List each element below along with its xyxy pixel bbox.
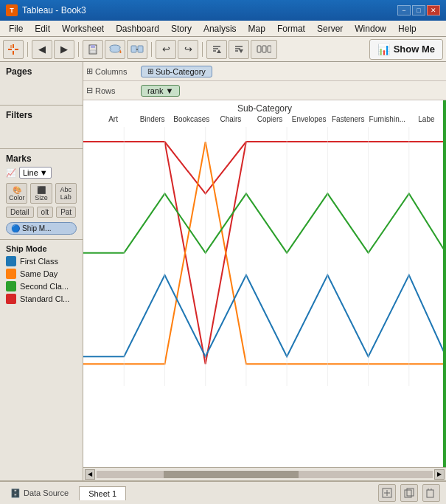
rows-shelf-label: ⊟ Rows — [86, 86, 138, 95]
legend-panel: Ship Mode First Class Same Day Second Cl… — [0, 240, 83, 480]
scroll-track[interactable] — [97, 471, 433, 478]
delete-sheet-button[interactable] — [422, 484, 440, 502]
columns-field-label: Sub-Category — [156, 67, 206, 76]
toolbar-sep-2 — [78, 42, 79, 57]
new-datasource-button[interactable]: + — [105, 40, 125, 59]
filters-content — [6, 123, 77, 145]
rows-label-text: Rows — [95, 86, 116, 95]
path-button[interactable]: Pat — [56, 207, 76, 218]
redo-button[interactable]: ↪ — [178, 40, 198, 59]
svg-rect-21 — [257, 46, 261, 52]
rows-field-pill[interactable]: rank ▼ — [141, 85, 180, 97]
show-me-label: Show Me — [394, 44, 435, 55]
toolbar-sep-3 — [151, 42, 152, 57]
svg-rect-10 — [131, 46, 136, 52]
legend-item-second-class: Second Cla... — [6, 281, 77, 291]
scroll-thumb[interactable] — [164, 471, 298, 478]
menu-server[interactable]: Server — [311, 22, 349, 35]
legend-label-same-day: Same Day — [20, 269, 58, 278]
toolbar-sep-4 — [202, 42, 203, 57]
show-me-icon: 📊 — [377, 44, 390, 55]
marks-panel: Marks 📈 Line ▼ 🎨 Color ⬛ Size Abc — [0, 149, 83, 240]
datasource-label: Data Source — [24, 489, 69, 497]
undo-button[interactable]: ↩ — [156, 40, 176, 59]
scroll-right-button[interactable]: ▶ — [434, 469, 445, 480]
axis-label-binders: Binders — [133, 115, 172, 123]
worksheet-area: ⊞ Columns ⊞ Sub-Category ⊟ Rows rank ▼ S… — [83, 62, 446, 480]
sort-asc-button[interactable] — [206, 40, 227, 59]
rows-shelf: ⊟ Rows rank ▼ — [83, 81, 446, 100]
sheet-label: Sheet 1 — [88, 489, 116, 498]
menu-worksheet[interactable]: Worksheet — [56, 22, 110, 35]
menu-file[interactable]: File — [3, 22, 29, 35]
menu-format[interactable]: Format — [271, 22, 311, 35]
menu-dashboard[interactable]: Dashboard — [110, 22, 165, 35]
sort-desc-button[interactable] — [229, 40, 249, 59]
tooltip-button[interactable]: olt — [37, 207, 54, 218]
datasource-tab[interactable]: 🗄️ Data Source — [6, 487, 73, 500]
axis-label-labels: Labe — [407, 115, 446, 123]
marks-type-label: Line — [23, 168, 38, 177]
size-label: Size — [35, 194, 48, 201]
line-chart-icon: 📈 — [6, 168, 16, 178]
columns-shelf-icon: ⊞ — [86, 66, 93, 76]
menu-help[interactable]: Help — [392, 22, 422, 35]
axis-label-copiers: Copiers — [250, 115, 289, 123]
legend-color-same-day — [6, 269, 16, 279]
toolbar: ◀ ▶ + ↩ ↪ 📊 Show Me — [0, 37, 446, 62]
menu-map[interactable]: Map — [243, 22, 271, 35]
close-button[interactable]: ✕ — [427, 5, 440, 15]
forward-button[interactable]: ▶ — [54, 40, 74, 59]
menu-edit[interactable]: Edit — [29, 22, 56, 35]
back-button[interactable]: ◀ — [32, 40, 52, 59]
detail-button[interactable]: Detail — [6, 207, 34, 218]
legend-item-standard-class: Standard Cl... — [6, 294, 77, 304]
svg-rect-23 — [268, 46, 271, 52]
size-button[interactable]: ⬛ Size — [30, 183, 52, 204]
axis-label-furnishings: Furnishin... — [368, 115, 407, 123]
show-me-button[interactable]: 📊 Show Me — [369, 39, 443, 60]
axis-label-art: Art — [94, 115, 133, 123]
sheet-tab[interactable]: Sheet 1 — [79, 486, 126, 500]
save-button[interactable] — [83, 40, 103, 59]
scroll-left-button[interactable]: ◀ — [85, 469, 95, 480]
marks-dropdown-arrow: ▼ — [40, 168, 48, 177]
menu-analysis[interactable]: Analysis — [198, 22, 243, 35]
main-area: Pages Filters Marks 📈 Line ▼ 🎨 Color — [0, 62, 446, 480]
connect-data-button[interactable] — [127, 40, 147, 59]
marks-type-dropdown[interactable]: Line ▼ — [19, 167, 52, 179]
group-button[interactable] — [251, 40, 277, 59]
app-icon: T — [6, 4, 18, 16]
filters-title: Filters — [6, 110, 77, 120]
legend-color-first-class — [6, 256, 16, 266]
label-label: Lab — [60, 193, 72, 201]
color-button[interactable]: 🎨 Color — [6, 183, 27, 204]
duplicate-sheet-button[interactable] — [400, 484, 418, 502]
axis-label-fasteners: Fasteners — [329, 115, 368, 123]
menu-story[interactable]: Story — [165, 22, 198, 35]
minimize-button[interactable]: − — [397, 5, 411, 15]
svg-rect-3 — [15, 49, 18, 50]
columns-shelf: ⊞ Columns ⊞ Sub-Category — [83, 62, 446, 81]
label-icon: Abc — [60, 186, 72, 193]
axis-label-chairs: Chairs — [211, 115, 250, 123]
svg-rect-0 — [13, 44, 14, 48]
axis-label-envelopes: Envelopes — [290, 115, 329, 123]
pages-title: Pages — [6, 66, 77, 77]
legend-color-second-class — [6, 281, 16, 291]
svg-rect-37 — [427, 490, 433, 497]
columns-field-pill[interactable]: ⊞ Sub-Category — [141, 66, 212, 77]
marks-title: Marks — [6, 153, 77, 164]
rows-field-arrow: ▼ — [165, 86, 173, 95]
ship-mode-pill[interactable]: 🔵 Ship M... — [6, 222, 77, 235]
pages-content — [6, 80, 77, 102]
label-button[interactable]: Abc Lab — [55, 183, 77, 204]
svg-marker-20 — [239, 49, 243, 53]
menu-window[interactable]: Window — [349, 22, 392, 35]
window-title: Tableau - Book3 — [22, 5, 86, 15]
chart-svg — [83, 127, 446, 386]
menu-bar: File Edit Worksheet Dashboard Story Anal… — [0, 21, 446, 37]
maximize-button[interactable]: □ — [412, 5, 425, 15]
tableau-icon-btn[interactable] — [3, 40, 24, 59]
new-sheet-button[interactable] — [378, 484, 396, 502]
